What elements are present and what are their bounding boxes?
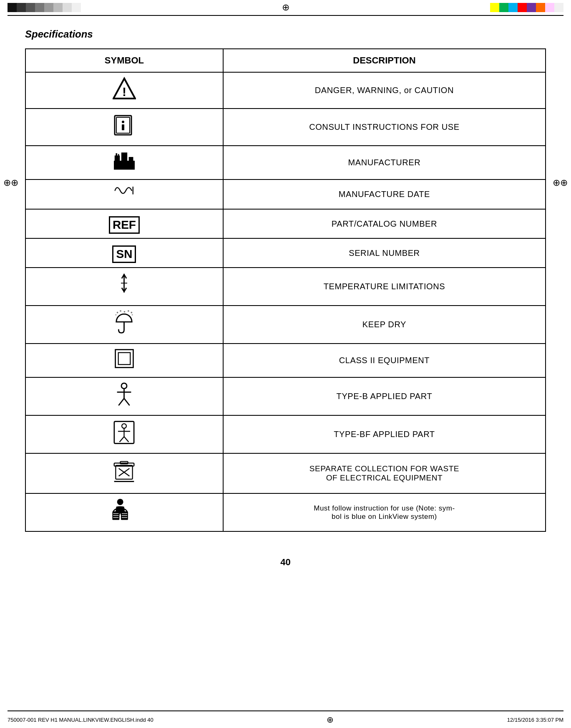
waste-icon: [113, 470, 136, 488]
footer-right: 12/15/2016 3:35:07 PM: [507, 717, 563, 723]
print-marks-top: [0, 0, 571, 15]
desc-cell-typeb: TYPE-B APPLIED PART: [223, 377, 546, 415]
consult-icon: [111, 122, 137, 141]
desc-cell-typebf: TYPE-BF APPLIED PART: [223, 415, 546, 453]
page-number: 40: [25, 557, 546, 568]
desc-cell-ref: PART/CATALOG NUMBER: [223, 209, 546, 238]
specs-table: SYMBOL DESCRIPTION ! DANGER: [25, 48, 546, 532]
svg-line-28: [124, 398, 130, 405]
svg-point-19: [131, 312, 133, 313]
svg-point-4: [122, 121, 124, 123]
svg-line-33: [120, 437, 124, 442]
svg-point-24: [121, 383, 127, 389]
svg-rect-6: [114, 161, 135, 169]
color-bar-right: [490, 3, 563, 12]
desc-cell-manufacturer: MANUFACTURER: [223, 146, 546, 179]
desc-cell-mfgdate: MANUFACTURE DATE: [223, 179, 546, 209]
symbol-cell-manufacturer: [25, 146, 223, 179]
svg-point-30: [122, 424, 126, 428]
page-content: Specifications SYMBOL DESCRIPTION !: [0, 16, 571, 593]
svg-rect-23: [118, 353, 131, 365]
desc-cell-follow: Must follow instruction for use (Note: s…: [223, 493, 546, 531]
symbol-cell-typeb: [25, 377, 223, 415]
symbol-cell-mfgdate: [25, 179, 223, 209]
temperature-icon: [113, 282, 136, 301]
section-title: Specifications: [25, 28, 546, 40]
symbol-cell-typebf: [25, 415, 223, 453]
desc-cell-sn: SERIAL NUMBER: [223, 238, 546, 268]
class2-icon: [114, 354, 135, 372]
table-row: TEMPERATURE LIMITATIONS: [25, 268, 546, 306]
symbol-cell-sn: SN: [25, 238, 223, 268]
page-mid-wrapper: ⊕ ⊕ Specifications SYMBOL DESCRIPTION: [0, 16, 571, 593]
right-reg-mark: ⊕: [553, 177, 568, 188]
svg-point-15: [117, 312, 118, 313]
manufacturer-icon: [112, 156, 137, 174]
desc-cell-class2: CLASS II EQUIPMENT: [223, 344, 546, 377]
table-row: MANUFACTURE DATE: [25, 179, 546, 209]
symbol-cell-warning: !: [25, 72, 223, 109]
svg-rect-10: [116, 153, 117, 156]
warning-icon: !: [113, 85, 136, 104]
table-row: SEPARATE COLLECTION FOR WASTEOF ELECTRIC…: [25, 453, 546, 493]
svg-rect-11: [118, 154, 119, 156]
symbol-cell-keepdry: [25, 306, 223, 344]
table-row: CLASS II EQUIPMENT: [25, 344, 546, 377]
symbol-cell-consult: [25, 109, 223, 146]
keepdry-icon: [113, 320, 136, 339]
symbol-cell-ref: REF: [25, 209, 223, 238]
svg-point-21: [132, 314, 133, 316]
color-bar-left: [8, 3, 81, 12]
svg-rect-5: [122, 124, 124, 130]
symbol-cell-temperature: [25, 268, 223, 306]
svg-point-16: [120, 310, 122, 312]
svg-point-17: [124, 311, 126, 313]
table-row: MANUFACTURER: [25, 146, 546, 179]
sn-icon: SN: [112, 245, 136, 263]
top-center-crossmark: [281, 3, 291, 13]
table-row: Must follow instruction for use (Note: s…: [25, 493, 546, 531]
col-description-header: DESCRIPTION: [223, 49, 546, 72]
svg-rect-8: [121, 152, 127, 161]
svg-rect-9: [129, 157, 133, 161]
desc-cell-keepdry: KEEP DRY: [223, 306, 546, 344]
symbol-cell-class2: [25, 344, 223, 377]
svg-point-20: [116, 314, 117, 316]
left-reg-mark: ⊕: [3, 177, 18, 188]
mfgdate-icon: [112, 186, 137, 204]
desc-cell-consult: CONSULT INSTRUCTIONS FOR USE: [223, 109, 546, 146]
typebf-icon: [113, 430, 136, 448]
table-row: TYPE-B APPLIED PART: [25, 377, 546, 415]
table-row: TYPE-BF APPLIED PART: [25, 415, 546, 453]
bottom-area: 750007-001 REV H1 MANUAL.LINKVIEW.ENGLIS…: [0, 710, 571, 728]
svg-point-41: [117, 499, 123, 505]
desc-cell-temperature: TEMPERATURE LIMITATIONS: [223, 268, 546, 306]
bottom-crossmark: [325, 715, 335, 725]
bottom-footer: 750007-001 REV H1 MANUAL.LINKVIEW.ENGLIS…: [0, 711, 571, 728]
follow-icon: [111, 508, 138, 526]
footer-left: 750007-001 REV H1 MANUAL.LINKVIEW.ENGLIS…: [8, 717, 153, 723]
col-symbol-header: SYMBOL: [25, 49, 223, 72]
svg-text:!: !: [122, 85, 126, 99]
table-row: REF PART/CATALOG NUMBER: [25, 209, 546, 238]
table-row: SN SERIAL NUMBER: [25, 238, 546, 268]
table-row: CONSULT INSTRUCTIONS FOR USE: [25, 109, 546, 146]
table-row: ! DANGER, WARNING, or CAUTION: [25, 72, 546, 109]
symbol-cell-waste: [25, 453, 223, 493]
ref-icon: REF: [109, 216, 140, 234]
svg-point-18: [128, 310, 129, 312]
desc-cell-waste: SEPARATE COLLECTION FOR WASTEOF ELECTRIC…: [223, 453, 546, 493]
svg-line-27: [119, 398, 124, 405]
desc-cell-warning: DANGER, WARNING, or CAUTION: [223, 72, 546, 109]
symbol-cell-follow: [25, 493, 223, 531]
table-header-row: SYMBOL DESCRIPTION: [25, 49, 546, 72]
svg-line-34: [124, 437, 129, 442]
table-row: KEEP DRY: [25, 306, 546, 344]
typeb-icon: [113, 392, 136, 410]
svg-rect-7: [115, 156, 120, 161]
